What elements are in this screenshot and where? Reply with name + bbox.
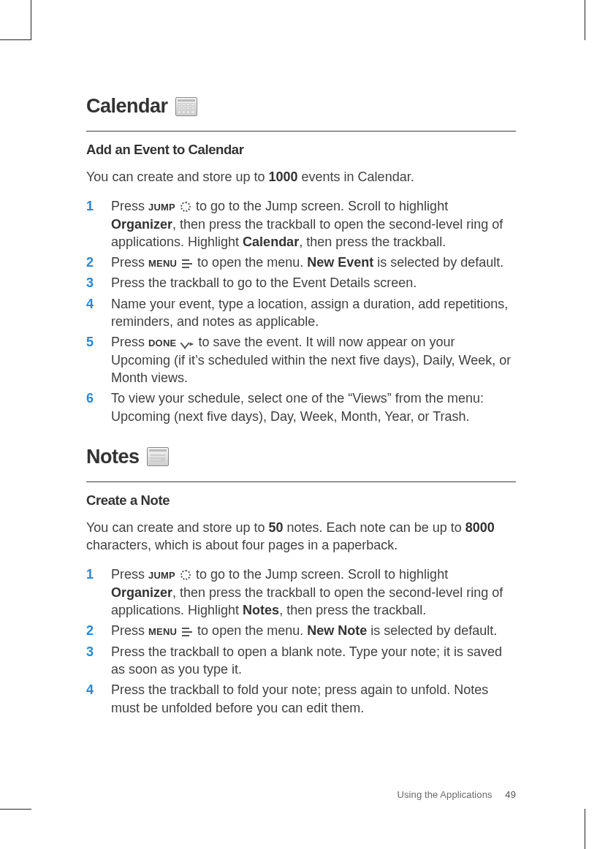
step-item: 1Press JUMP to go to the Jump screen. Sc… (86, 197, 516, 251)
crop-mark (585, 0, 585, 40)
step-text: Press the trackball to go to the Event D… (111, 274, 516, 292)
step-list-notes: 1Press JUMP to go to the Jump screen. Sc… (86, 566, 516, 716)
notes-icon (147, 447, 169, 466)
bold-text: Organizer (111, 217, 172, 232)
step-text: Name your event, type a location, assign… (111, 295, 516, 331)
step-item: 5Press DONE to save the event. It will n… (86, 333, 516, 387)
key-label: DONE (148, 338, 176, 349)
bold-text: Notes (243, 603, 279, 617)
step-text: Press MENU to open the menu. New Event i… (111, 254, 516, 271)
step-item: 3Press the trackball to open a blank not… (86, 643, 516, 679)
jump-icon (180, 570, 191, 580)
key-label: MENU (148, 626, 177, 637)
step-text: Press MENU to open the menu. New Note is… (111, 622, 516, 639)
page-content: Calendar Add an Event to Calendar You ca… (86, 95, 516, 720)
bold-value: 1000 (269, 170, 298, 184)
step-number: 1 (86, 197, 111, 251)
bold-text: New Event (307, 255, 373, 270)
step-number: 1 (86, 566, 111, 619)
text: You can create and store up to (86, 520, 269, 535)
step-item: 2Press MENU to open the menu. New Note i… (86, 622, 516, 639)
step-number: 4 (86, 681, 111, 717)
subsection-title: Create a Note (86, 492, 516, 509)
step-text: To view your schedule, select one of the… (111, 389, 516, 425)
step-item: 6To view your schedule, select one of th… (86, 389, 516, 425)
step-number: 5 (86, 333, 111, 387)
section-title-calendar: Calendar (86, 95, 516, 118)
step-list-calendar: 1Press JUMP to go to the Jump screen. Sc… (86, 197, 516, 425)
step-text: Press JUMP to go to the Jump screen. Scr… (111, 566, 516, 619)
intro-text: You can create and store up to 1000 even… (86, 168, 516, 186)
step-item: 2Press MENU to open the menu. New Event … (86, 254, 516, 271)
crop-mark (31, 0, 31, 40)
divider (86, 481, 516, 482)
step-item: 3Press the trackball to go to the Event … (86, 274, 516, 292)
step-item: 4Name your event, type a location, assig… (86, 295, 516, 331)
page-number: 49 (505, 789, 516, 800)
section-notes: Notes Create a Note You can create and s… (86, 446, 516, 717)
step-number: 3 (86, 643, 111, 679)
crop-mark (585, 809, 585, 849)
menu-icon (182, 259, 192, 268)
text: notes. Each note can be up to (284, 520, 465, 535)
step-number: 3 (86, 274, 111, 292)
crop-mark (0, 39, 31, 40)
bold-text: Calendar (243, 235, 299, 249)
bold-value: 8000 (465, 520, 495, 535)
text: characters, which is about four pages in… (86, 538, 398, 552)
bold-text: New Note (307, 623, 367, 638)
key-label: MENU (148, 258, 177, 269)
step-number: 6 (86, 389, 111, 425)
done-icon (181, 339, 193, 348)
step-text: Press DONE to save the event. It will no… (111, 333, 516, 387)
bold-value: 50 (269, 520, 284, 535)
step-item: 4Press the trackball to fold your note; … (86, 681, 516, 717)
footer-section: Using the Applications (397, 789, 492, 800)
text: You can create and store up to (86, 170, 269, 184)
step-number: 2 (86, 622, 111, 639)
page-footer: Using the Applications 49 (86, 789, 516, 800)
calendar-icon (175, 97, 197, 116)
step-item: 1Press JUMP to go to the Jump screen. Sc… (86, 566, 516, 619)
crop-mark (0, 809, 31, 810)
text: events in Calendar. (298, 170, 414, 184)
bold-text: Organizer (111, 585, 172, 600)
step-text: Press the trackball to fold your note; p… (111, 681, 516, 717)
step-number: 2 (86, 254, 111, 271)
step-number: 4 (86, 295, 111, 331)
step-text: Press the trackball to open a blank note… (111, 643, 516, 679)
subsection-title: Add an Event to Calendar (86, 142, 516, 158)
key-label: JUMP (148, 202, 175, 213)
intro-text: You can create and store up to 50 notes.… (86, 519, 516, 555)
jump-icon (180, 202, 191, 212)
section-title-text: Notes (86, 446, 140, 468)
menu-icon (182, 628, 192, 636)
divider (86, 131, 516, 132)
step-text: Press JUMP to go to the Jump screen. Scr… (111, 197, 516, 251)
section-title-notes: Notes (86, 446, 516, 468)
section-title-text: Calendar (86, 95, 168, 118)
key-label: JUMP (148, 570, 175, 581)
